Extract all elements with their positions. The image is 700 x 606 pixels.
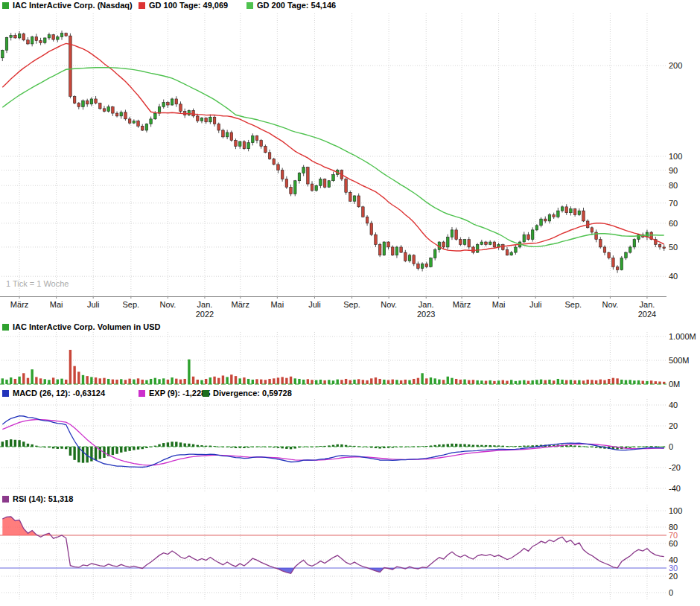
volume-panel: 1.000M500M0M — [0, 332, 700, 387]
x-axis-month-label: Sep. — [343, 300, 360, 309]
y-axis-label: 1.000M — [669, 331, 696, 342]
series-swatch-icon — [2, 2, 9, 9]
volume-legend: IAC InterActive Corp. Volumen in USD — [0, 322, 700, 333]
y-axis-label: 200 — [669, 60, 682, 71]
price-panel: 1 Tick = 1 Woche 200100908070605040 — [0, 13, 700, 299]
x-axis-month-label: Sep. — [565, 300, 582, 309]
stock-chart-page: IAC InterActive Corp. (Nasdaq) GD 100 Ta… — [0, 0, 700, 606]
divergence-label: Divergence: 0,59728 — [213, 389, 292, 398]
y-axis-label: 90 — [669, 165, 678, 176]
x-axis-month-label: Juli — [87, 300, 100, 309]
legend-item-exp: EXP (9): -1,2285 — [139, 389, 210, 398]
x-axis-month-label: Mai — [50, 300, 63, 309]
rsi-panel: 1008070604030200 — [0, 505, 700, 603]
series-label: IAC InterActive Corp. (Nasdaq) — [13, 1, 133, 10]
x-axis-month-label: Nov. — [159, 300, 176, 309]
x-axis-month-label: März — [232, 300, 249, 309]
x-axis-month-label: Juli — [308, 300, 321, 309]
x-axis-month-label: März — [453, 300, 471, 309]
y-axis-label: 100 — [669, 151, 682, 162]
x-axis-year-label: 2022 — [196, 310, 214, 319]
legend-item-divergence: Divergence: 0,59728 — [203, 389, 292, 398]
divergence-swatch-icon — [203, 390, 209, 397]
y-axis-label: 0 — [669, 587, 673, 598]
x-axis-month-label: Sep. — [123, 300, 140, 309]
x-axis-month-label: Jan. — [197, 300, 213, 309]
y-axis-label: 0 — [669, 441, 673, 452]
volume-label: IAC InterActive Corp. Volumen in USD — [13, 322, 160, 331]
macd-label: MACD (26, 12): -0,63124 — [13, 389, 105, 398]
tick-note: 1 Tick = 1 Woche — [6, 279, 69, 288]
rsi-legend: RSI (14): 51,318 — [0, 494, 700, 505]
y-axis-label: -20 — [669, 462, 681, 473]
x-axis-month-label: März — [10, 300, 28, 309]
y-axis-label: 0M — [669, 379, 680, 389]
y-axis-label: 70 — [669, 198, 678, 208]
legend-item-rsi: RSI (14): 51,318 — [2, 494, 73, 503]
x-axis-month-label: Nov. — [602, 300, 618, 309]
y-axis-label: 80 — [669, 180, 678, 191]
x-axis-month-label: Nov. — [381, 300, 397, 309]
gd200-label: GD 200 Tage: 54,146 — [257, 1, 336, 10]
x-axis-month-label: Jan. — [419, 300, 434, 309]
y-axis-label: 20 — [669, 421, 678, 431]
macd-chart-canvas[interactable] — [0, 399, 700, 493]
y-axis-label: 50 — [669, 242, 678, 252]
x-axis-month-label: Mai — [270, 300, 284, 309]
rsi-chart-canvas[interactable] — [0, 505, 700, 603]
y-axis-label: 60 — [669, 538, 678, 549]
gd200-swatch-icon — [246, 2, 253, 9]
x-axis-year-label: 2024 — [638, 310, 656, 319]
x-axis-month-label: Jan. — [640, 300, 655, 309]
legend-item-volume: IAC InterActive Corp. Volumen in USD — [2, 322, 160, 331]
gd100-swatch-icon — [139, 2, 145, 9]
y-axis-label: 40 — [669, 271, 678, 281]
exp-label: EXP (9): -1,2285 — [149, 389, 210, 398]
legend-item-series: IAC InterActive Corp. (Nasdaq) — [2, 1, 133, 10]
y-axis-label: 500M — [669, 355, 690, 366]
macd-swatch-icon — [2, 390, 9, 397]
volume-chart-canvas[interactable] — [0, 332, 700, 387]
macd-panel: 40200-20-40 — [0, 399, 700, 493]
price-chart-canvas[interactable] — [0, 13, 700, 299]
y-axis-label: -40 — [669, 483, 681, 494]
y-axis-label: 40 — [669, 400, 678, 410]
volume-swatch-icon — [2, 324, 9, 331]
x-axis: MärzMaiJuliSep.Nov.Jan.2022MärzMaiJuliSe… — [0, 299, 700, 321]
exp-swatch-icon — [139, 390, 145, 397]
y-axis-label: 100 — [669, 505, 682, 516]
x-axis-month-label: Mai — [492, 300, 506, 309]
macd-legend: MACD (26, 12): -0,63124 EXP (9): -1,2285… — [0, 389, 700, 399]
x-axis-year-label: 2023 — [417, 310, 435, 319]
gd100-label: GD 100 Tage: 49,069 — [149, 1, 228, 10]
legend-item-macd: MACD (26, 12): -0,63124 — [2, 389, 105, 398]
y-axis-label: 20 — [669, 571, 678, 581]
legend-item-gd200: GD 200 Tage: 54,146 — [246, 1, 336, 10]
rsi-swatch-icon — [2, 496, 9, 503]
rsi-label: RSI (14): 51,318 — [13, 494, 73, 503]
legend-item-gd100: GD 100 Tage: 49,069 — [139, 1, 228, 10]
y-axis-label: 60 — [669, 218, 678, 229]
price-legend: IAC InterActive Corp. (Nasdaq) GD 100 Ta… — [0, 1, 700, 11]
x-axis-month-label: Juli — [529, 300, 542, 309]
